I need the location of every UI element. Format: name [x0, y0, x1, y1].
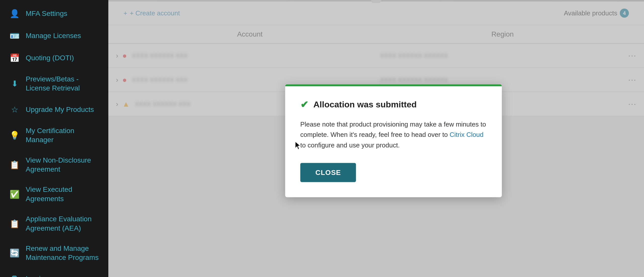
certification-manager-icon: 💡	[9, 130, 20, 141]
sidebar-item-label: Previews/Betas - License Retrieval	[26, 75, 99, 93]
manage-licenses-icon: 🪪	[9, 30, 20, 41]
sidebar-item-certification-manager[interactable]: 💡 My Certification Manager	[0, 121, 108, 150]
sidebar-item-label: Quoting (DOTI)	[26, 53, 74, 63]
quoting-icon: 📅	[9, 52, 20, 64]
sidebar-item-label: View Non-Disclosure Agreement	[26, 156, 99, 174]
sidebar-item-label: My Certification Manager	[26, 126, 99, 145]
upgrade-products-icon: ☆	[9, 104, 20, 115]
sidebar-item-non-disclosure[interactable]: 📋 View Non-Disclosure Agreement	[0, 150, 108, 180]
sidebar-item-quoting[interactable]: 📅 Quoting (DOTI)	[0, 47, 108, 69]
sidebar-item-label: Manage Licenses	[26, 31, 81, 40]
non-disclosure-icon: 📋	[9, 159, 20, 170]
sidebar-item-label: MFA Settings	[26, 9, 67, 18]
sidebar-item-label: Appliance Evaluation Agreement (AEA)	[26, 214, 99, 233]
sidebar-item-renew-maintenance[interactable]: 🔄 Renew and Manage Maintenance Programs	[0, 238, 108, 268]
sidebar-item-label: Upgrade My Products	[26, 105, 94, 114]
modal-title-text: Allocation was submitted	[313, 100, 417, 109]
main-content: + + Create account Available products 4 …	[108, 0, 644, 277]
modal-title: ✔ Allocation was submitted	[300, 99, 487, 110]
mfa-settings-icon: 👤	[9, 8, 20, 19]
sidebar: 👤 MFA Settings 🪪 Manage Licenses 📅 Quoti…	[0, 0, 108, 277]
sidebar-item-invoices[interactable]: 🗓 Invoices	[0, 268, 108, 277]
sidebar-item-upgrade-products[interactable]: ☆ Upgrade My Products	[0, 99, 108, 121]
sidebar-item-executed-agreements[interactable]: ✅ View Executed Agreements	[0, 179, 108, 209]
sidebar-item-previews-betas[interactable]: ⬇ Previews/Betas - License Retrieval	[0, 69, 108, 99]
sidebar-item-label: Invoices	[26, 274, 52, 277]
sidebar-item-label: View Executed Agreements	[26, 185, 99, 203]
renew-maintenance-icon: 🔄	[9, 248, 20, 259]
modal-body-text2: to configure and use your product.	[300, 141, 400, 149]
executed-agreements-icon: ✅	[9, 189, 20, 200]
sidebar-item-manage-licenses[interactable]: 🪪 Manage Licenses	[0, 25, 108, 47]
sidebar-item-label: Renew and Manage Maintenance Programs	[26, 244, 99, 262]
citrix-cloud-link[interactable]: Citrix Cloud	[450, 131, 484, 138]
sidebar-item-mfa-settings[interactable]: 👤 MFA Settings	[0, 3, 108, 25]
check-circle-icon: ✔	[300, 99, 308, 110]
close-button[interactable]: CLOSE	[300, 163, 356, 182]
previews-betas-icon: ⬇	[9, 78, 20, 89]
modal-body: Please note that product provisioning ma…	[300, 119, 487, 150]
sidebar-item-appliance-evaluation[interactable]: 📋 Appliance Evaluation Agreement (AEA)	[0, 209, 108, 238]
invoices-icon: 🗓	[9, 273, 20, 277]
appliance-evaluation-icon: 📋	[9, 218, 20, 229]
allocation-modal: ✔ Allocation was submitted Please note t…	[285, 84, 502, 197]
